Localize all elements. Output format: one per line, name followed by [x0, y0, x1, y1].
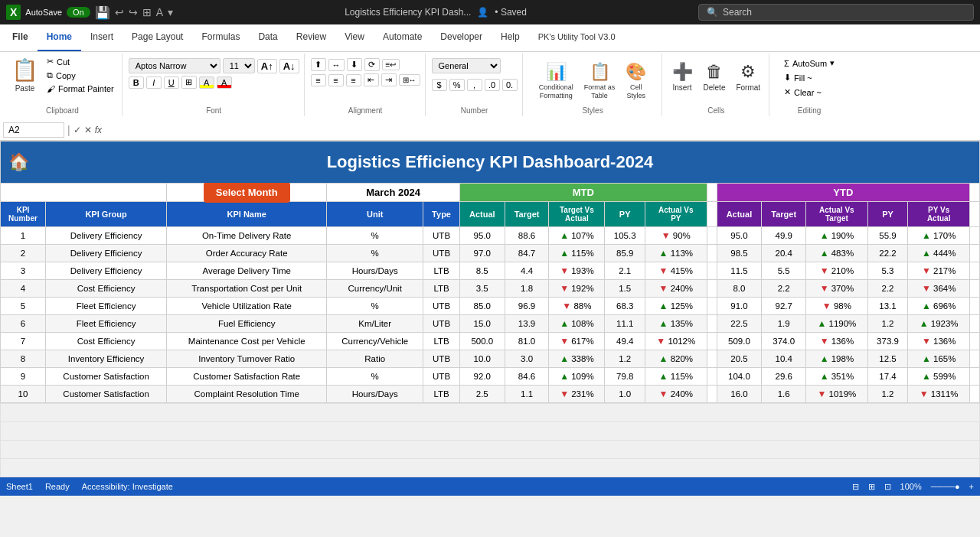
- search-box[interactable]: 🔍 Search: [698, 4, 974, 21]
- mtd-py-cell: 1.0: [605, 386, 645, 403]
- wrap-text-button[interactable]: ≡↩: [382, 59, 400, 70]
- check-icon[interactable]: ✓: [74, 125, 81, 135]
- align-left-button[interactable]: ≡: [311, 74, 326, 86]
- fx-label: fx: [95, 125, 102, 135]
- format-button[interactable]: ⚙ Format: [732, 60, 764, 94]
- merge-center-button[interactable]: ⊞↔: [399, 74, 420, 86]
- increase-font-button[interactable]: A↑: [257, 59, 277, 73]
- autosave-toggle[interactable]: On: [73, 8, 84, 17]
- more-icon[interactable]: ▾: [168, 6, 173, 18]
- italic-button[interactable]: I: [146, 76, 162, 89]
- undo-button[interactable]: ↩: [115, 6, 124, 18]
- align-center-button[interactable]: ≡: [328, 74, 344, 86]
- font-family-select[interactable]: Aptos Narrow: [129, 58, 220, 73]
- align-middle-button[interactable]: ↔: [328, 59, 345, 71]
- tab-review[interactable]: Review: [287, 24, 335, 51]
- format-painter-button[interactable]: 🖌 Format Painter: [44, 83, 117, 95]
- font-color-button[interactable]: A: [217, 76, 232, 89]
- format-as-table-button[interactable]: 📋 Format asTable: [580, 60, 619, 103]
- tab-pk-utility[interactable]: PK's Utility Tool V3.0: [529, 24, 625, 51]
- view-normal-icon[interactable]: ⊟: [852, 482, 859, 492]
- end-cell: [970, 333, 980, 350]
- fill-button[interactable]: ⬇ Fill ~: [781, 71, 838, 84]
- ytd-avst-cell: ▲ 1190%: [806, 315, 868, 333]
- font-color-icon[interactable]: A: [156, 6, 163, 18]
- save-icon[interactable]: 💾: [95, 5, 110, 20]
- ytd-avst-cell: ▼ 136%: [806, 333, 868, 350]
- down-arrow-icon: ▼: [560, 283, 569, 294]
- tab-view[interactable]: View: [335, 24, 374, 51]
- tab-help[interactable]: Help: [492, 24, 529, 51]
- dec-increase-button[interactable]: .0: [485, 79, 500, 91]
- mtd-tvsa-cell: ▼ 192%: [549, 280, 605, 298]
- border-button[interactable]: ⊞: [181, 76, 197, 89]
- tab-home[interactable]: Home: [38, 24, 81, 51]
- align-top-button[interactable]: ⬆: [311, 58, 326, 71]
- down-arrow-icon: ▼: [560, 389, 569, 399]
- tab-insert[interactable]: Insert: [81, 24, 122, 51]
- mtd-tvsa-cell: ▼ 617%: [549, 333, 605, 350]
- autosave-badge[interactable]: On: [67, 7, 90, 18]
- bold-button[interactable]: B: [129, 76, 144, 89]
- currency-button[interactable]: $: [432, 79, 447, 91]
- decrease-font-button[interactable]: A↓: [279, 59, 299, 73]
- orient-button[interactable]: ⟳: [364, 58, 380, 71]
- tab-data[interactable]: Data: [249, 24, 286, 51]
- fill-color-button[interactable]: A: [199, 76, 214, 89]
- kpi-name-cell: Fuel Efficiency: [167, 315, 327, 333]
- paste-button[interactable]: 📋 Paste: [8, 55, 42, 95]
- mtd-py-cell: 49.4: [605, 333, 645, 350]
- kpi-unit-cell: Km/Liter: [327, 315, 423, 333]
- indent-left-button[interactable]: ⇤: [364, 73, 379, 86]
- indent-right-button[interactable]: ⇥: [381, 73, 397, 86]
- home-icon[interactable]: 🏠: [8, 152, 29, 172]
- ytd-target-cell: 5.5: [762, 262, 806, 280]
- tab-developer[interactable]: Developer: [431, 24, 492, 51]
- delete-button[interactable]: 🗑 Delete: [700, 60, 730, 94]
- ytd-pvsa-cell: ▲ 165%: [908, 350, 970, 368]
- tab-file[interactable]: File: [3, 24, 38, 51]
- percent-button[interactable]: %: [449, 79, 465, 91]
- align-right-button[interactable]: ≡: [346, 74, 361, 86]
- cut-button[interactable]: ✂ Cut: [44, 55, 117, 68]
- kpi-name-cell: Maintenance Cost per Vehicle: [167, 333, 327, 350]
- tab-page-layout[interactable]: Page Layout: [122, 24, 192, 51]
- redo-button[interactable]: ↪: [129, 6, 138, 18]
- dec-decrease-button[interactable]: 0.: [502, 79, 518, 91]
- tab-formulas[interactable]: Formulas: [192, 24, 249, 51]
- view-layout-icon[interactable]: ⊞: [868, 482, 875, 492]
- number-format-select[interactable]: General: [432, 58, 501, 73]
- sheet-tab[interactable]: Sheet1: [6, 482, 33, 491]
- ytd-py-cell: 17.4: [867, 368, 908, 386]
- end-cell: [970, 245, 980, 262]
- name-box[interactable]: [3, 122, 64, 138]
- conditional-formatting-button[interactable]: 📊 ConditionalFormatting: [535, 60, 577, 103]
- copy-button[interactable]: ⧉ Copy: [44, 69, 117, 82]
- tab-automate[interactable]: Automate: [374, 24, 431, 51]
- empty-row-3: [1, 441, 980, 459]
- ribbon-content: 📋 Paste ✂ Cut ⧉ Copy 🖌 Format Painter Cl…: [0, 52, 980, 119]
- up-arrow-icon: ▲: [820, 353, 829, 364]
- fill-label: Fill ~: [794, 73, 812, 83]
- down-arrow-icon: ▼: [920, 389, 929, 399]
- view-page-icon[interactable]: ⊡: [884, 482, 891, 492]
- zoom-slider[interactable]: ────●: [931, 482, 960, 492]
- grid-icon[interactable]: ⊞: [142, 6, 152, 18]
- comma-button[interactable]: ,: [467, 79, 482, 91]
- select-month-button[interactable]: Select Month: [204, 182, 290, 203]
- underline-button[interactable]: U: [164, 76, 179, 89]
- font-size-select[interactable]: 11: [223, 58, 255, 73]
- ytd-py-cell: 12.5: [867, 350, 908, 368]
- cross-icon[interactable]: ✕: [84, 125, 92, 135]
- formula-input[interactable]: [105, 125, 977, 135]
- cell-styles-button[interactable]: 🎨 CellStyles: [622, 60, 650, 103]
- clear-button[interactable]: ✕ Clear ~: [781, 86, 838, 99]
- autosum-button[interactable]: Σ AutoSum ▾: [781, 57, 838, 70]
- kpi-name-cell: Inventory Turnover Ratio: [167, 350, 327, 368]
- end-col: [970, 202, 980, 227]
- zoom-in-icon[interactable]: +: [969, 482, 974, 492]
- kpi-name-cell: Transportation Cost per Unit: [167, 280, 327, 298]
- insert-button[interactable]: ➕ Insert: [668, 60, 697, 94]
- align-bottom-button[interactable]: ⬇: [347, 58, 362, 71]
- select-month-btn-cell[interactable]: Select Month: [167, 184, 327, 202]
